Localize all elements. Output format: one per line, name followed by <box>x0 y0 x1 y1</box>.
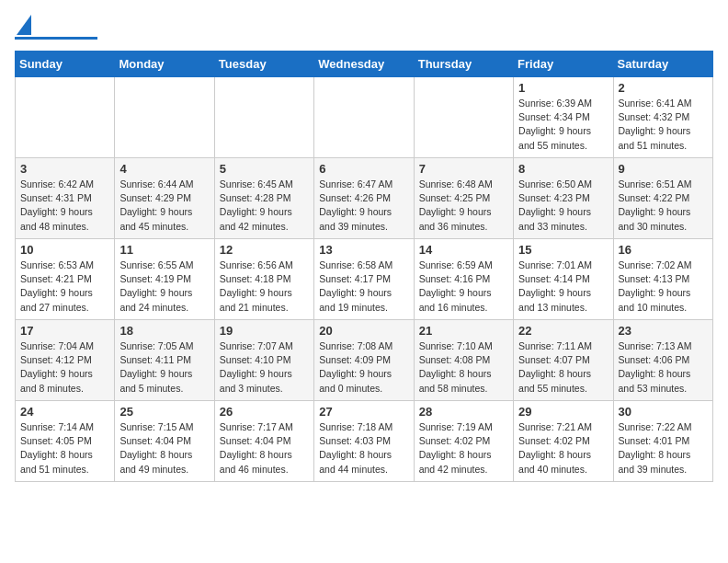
day-info: Sunrise: 7:10 AM Sunset: 4:08 PM Dayligh… <box>419 339 508 396</box>
calendar-cell: 27Sunrise: 7:18 AM Sunset: 4:03 PM Dayli… <box>314 401 414 482</box>
day-info: Sunrise: 6:39 AM Sunset: 4:34 PM Dayligh… <box>518 97 608 153</box>
calendar-cell: 11Sunrise: 6:55 AM Sunset: 4:19 PM Dayli… <box>115 239 214 320</box>
day-info: Sunrise: 7:08 AM Sunset: 4:09 PM Dayligh… <box>319 339 408 396</box>
calendar-cell: 26Sunrise: 7:17 AM Sunset: 4:04 PM Dayli… <box>214 401 313 482</box>
logo-triangle-icon <box>17 15 31 35</box>
calendar-cell: 9Sunrise: 6:51 AM Sunset: 4:22 PM Daylig… <box>613 158 712 239</box>
day-info: Sunrise: 6:41 AM Sunset: 4:32 PM Dayligh… <box>619 97 708 153</box>
calendar-cell <box>115 77 214 158</box>
day-number: 23 <box>619 324 708 338</box>
calendar-cell <box>314 77 414 158</box>
day-info: Sunrise: 6:44 AM Sunset: 4:29 PM Dayligh… <box>119 178 209 234</box>
day-number: 13 <box>319 243 408 257</box>
weekday-header-sunday: Sunday <box>16 52 115 77</box>
day-info: Sunrise: 7:14 AM Sunset: 4:05 PM Dayligh… <box>20 420 109 477</box>
day-info: Sunrise: 7:01 AM Sunset: 4:14 PM Dayligh… <box>518 259 608 315</box>
day-info: Sunrise: 6:50 AM Sunset: 4:23 PM Dayligh… <box>518 178 608 234</box>
day-info: Sunrise: 7:13 AM Sunset: 4:06 PM Dayligh… <box>619 339 708 396</box>
day-info: Sunrise: 6:47 AM Sunset: 4:26 PM Dayligh… <box>319 178 408 234</box>
weekday-header-monday: Monday <box>115 52 214 77</box>
calendar-cell: 5Sunrise: 6:45 AM Sunset: 4:28 PM Daylig… <box>214 158 313 239</box>
day-number: 8 <box>518 162 608 176</box>
calendar-week-4: 17Sunrise: 7:04 AM Sunset: 4:12 PM Dayli… <box>16 320 713 401</box>
day-number: 5 <box>220 162 309 176</box>
calendar-cell: 28Sunrise: 7:19 AM Sunset: 4:02 PM Dayli… <box>414 401 513 482</box>
calendar-cell <box>414 77 513 158</box>
calendar-cell: 19Sunrise: 7:07 AM Sunset: 4:10 PM Dayli… <box>214 320 313 401</box>
calendar-week-3: 10Sunrise: 6:53 AM Sunset: 4:21 PM Dayli… <box>16 239 713 320</box>
calendar-week-5: 24Sunrise: 7:14 AM Sunset: 4:05 PM Dayli… <box>16 401 713 482</box>
day-number: 20 <box>319 324 408 338</box>
weekday-header-friday: Friday <box>514 52 613 77</box>
day-number: 11 <box>119 243 209 257</box>
calendar-cell: 18Sunrise: 7:05 AM Sunset: 4:11 PM Dayli… <box>115 320 214 401</box>
day-number: 30 <box>619 405 708 419</box>
day-number: 25 <box>119 405 209 419</box>
day-info: Sunrise: 7:22 AM Sunset: 4:01 PM Dayligh… <box>619 420 708 477</box>
calendar-cell: 30Sunrise: 7:22 AM Sunset: 4:01 PM Dayli… <box>613 401 712 482</box>
logo-underline <box>15 37 97 40</box>
calendar-cell: 6Sunrise: 6:47 AM Sunset: 4:26 PM Daylig… <box>314 158 414 239</box>
day-number: 3 <box>20 162 109 176</box>
weekday-header-saturday: Saturday <box>613 52 712 77</box>
calendar-cell: 4Sunrise: 6:44 AM Sunset: 4:29 PM Daylig… <box>115 158 214 239</box>
calendar-week-2: 3Sunrise: 6:42 AM Sunset: 4:31 PM Daylig… <box>16 158 713 239</box>
day-number: 2 <box>619 81 708 95</box>
day-number: 7 <box>419 162 508 176</box>
day-info: Sunrise: 7:07 AM Sunset: 4:10 PM Dayligh… <box>220 339 309 396</box>
day-number: 24 <box>20 405 109 419</box>
header <box>15 15 713 40</box>
day-number: 6 <box>319 162 408 176</box>
day-info: Sunrise: 7:19 AM Sunset: 4:02 PM Dayligh… <box>419 420 508 477</box>
calendar-cell: 25Sunrise: 7:15 AM Sunset: 4:04 PM Dayli… <box>115 401 214 482</box>
calendar-cell: 29Sunrise: 7:21 AM Sunset: 4:02 PM Dayli… <box>514 401 613 482</box>
calendar-cell <box>214 77 313 158</box>
weekday-header-row: SundayMondayTuesdayWednesdayThursdayFrid… <box>16 52 713 77</box>
calendar-cell: 14Sunrise: 6:59 AM Sunset: 4:16 PM Dayli… <box>414 239 513 320</box>
day-number: 14 <box>419 243 508 257</box>
day-info: Sunrise: 7:05 AM Sunset: 4:11 PM Dayligh… <box>119 339 209 396</box>
weekday-header-thursday: Thursday <box>414 52 513 77</box>
day-info: Sunrise: 7:15 AM Sunset: 4:04 PM Dayligh… <box>119 420 209 477</box>
calendar-cell: 23Sunrise: 7:13 AM Sunset: 4:06 PM Dayli… <box>613 320 712 401</box>
calendar-cell: 1Sunrise: 6:39 AM Sunset: 4:34 PM Daylig… <box>514 77 613 158</box>
day-number: 12 <box>220 243 309 257</box>
day-info: Sunrise: 6:58 AM Sunset: 4:17 PM Dayligh… <box>319 259 408 315</box>
day-info: Sunrise: 7:02 AM Sunset: 4:13 PM Dayligh… <box>619 259 708 315</box>
day-info: Sunrise: 7:11 AM Sunset: 4:07 PM Dayligh… <box>518 339 608 396</box>
day-number: 16 <box>619 243 708 257</box>
calendar-cell: 13Sunrise: 6:58 AM Sunset: 4:17 PM Dayli… <box>314 239 414 320</box>
day-info: Sunrise: 6:59 AM Sunset: 4:16 PM Dayligh… <box>419 259 508 315</box>
calendar-cell: 16Sunrise: 7:02 AM Sunset: 4:13 PM Dayli… <box>613 239 712 320</box>
calendar-cell: 3Sunrise: 6:42 AM Sunset: 4:31 PM Daylig… <box>16 158 115 239</box>
logo <box>15 15 97 40</box>
day-number: 4 <box>119 162 209 176</box>
calendar-table: SundayMondayTuesdayWednesdayThursdayFrid… <box>15 51 713 482</box>
calendar-cell: 7Sunrise: 6:48 AM Sunset: 4:25 PM Daylig… <box>414 158 513 239</box>
calendar-cell: 2Sunrise: 6:41 AM Sunset: 4:32 PM Daylig… <box>613 77 712 158</box>
day-info: Sunrise: 6:51 AM Sunset: 4:22 PM Dayligh… <box>619 178 708 234</box>
day-number: 26 <box>220 405 309 419</box>
day-number: 29 <box>518 405 608 419</box>
calendar-cell: 15Sunrise: 7:01 AM Sunset: 4:14 PM Dayli… <box>514 239 613 320</box>
calendar-cell: 10Sunrise: 6:53 AM Sunset: 4:21 PM Dayli… <box>16 239 115 320</box>
day-number: 10 <box>20 243 109 257</box>
day-info: Sunrise: 6:55 AM Sunset: 4:19 PM Dayligh… <box>119 259 209 315</box>
calendar-cell: 17Sunrise: 7:04 AM Sunset: 4:12 PM Dayli… <box>16 320 115 401</box>
day-info: Sunrise: 7:21 AM Sunset: 4:02 PM Dayligh… <box>518 420 608 477</box>
day-info: Sunrise: 6:42 AM Sunset: 4:31 PM Dayligh… <box>20 178 109 234</box>
calendar-cell: 20Sunrise: 7:08 AM Sunset: 4:09 PM Dayli… <box>314 320 414 401</box>
day-number: 22 <box>518 324 608 338</box>
calendar-cell <box>16 77 115 158</box>
calendar-week-1: 1Sunrise: 6:39 AM Sunset: 4:34 PM Daylig… <box>16 77 713 158</box>
day-number: 21 <box>419 324 508 338</box>
day-number: 9 <box>619 162 708 176</box>
calendar-cell: 22Sunrise: 7:11 AM Sunset: 4:07 PM Dayli… <box>514 320 613 401</box>
calendar-cell: 8Sunrise: 6:50 AM Sunset: 4:23 PM Daylig… <box>514 158 613 239</box>
day-number: 17 <box>20 324 109 338</box>
day-info: Sunrise: 6:56 AM Sunset: 4:18 PM Dayligh… <box>220 259 309 315</box>
day-number: 18 <box>119 324 209 338</box>
day-info: Sunrise: 6:45 AM Sunset: 4:28 PM Dayligh… <box>220 178 309 234</box>
day-info: Sunrise: 6:53 AM Sunset: 4:21 PM Dayligh… <box>20 259 109 315</box>
day-info: Sunrise: 7:17 AM Sunset: 4:04 PM Dayligh… <box>220 420 309 477</box>
